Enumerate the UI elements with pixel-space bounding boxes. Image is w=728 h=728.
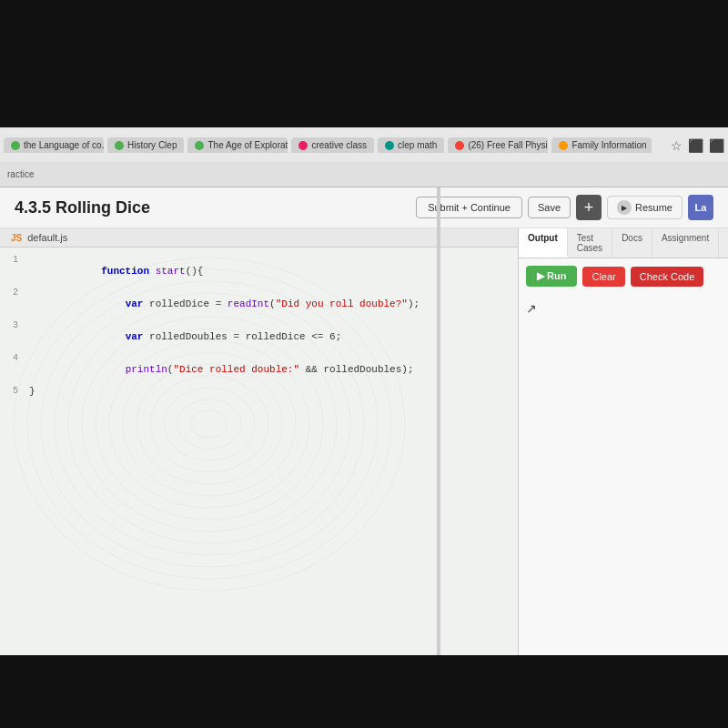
tab-assignment[interactable]: Assignment bbox=[652, 228, 719, 258]
tab-7[interactable]: Family Information bbox=[551, 137, 652, 153]
tab-label-7: Family Information bbox=[571, 140, 646, 150]
tab-grade[interactable]: Grade bbox=[719, 228, 728, 258]
content-header: 4.3.5 Rolling Dice Submit + Continue Sav… bbox=[0, 187, 728, 228]
browser-tabs-bar: the Language of co... History Clep The A… bbox=[0, 127, 728, 164]
tab-6[interactable]: (26) Free Fall Physic... bbox=[448, 137, 548, 153]
svg-point-0 bbox=[191, 410, 228, 438]
line-num-1: 1 bbox=[0, 255, 25, 265]
editor-filename: default.js bbox=[27, 232, 67, 243]
line-num-4: 4 bbox=[0, 353, 25, 363]
add-button[interactable]: + bbox=[576, 195, 602, 220]
bookmark-icon[interactable]: ☆ bbox=[671, 138, 682, 153]
line-content-1: function start(){ bbox=[25, 255, 518, 288]
tab-label-6: (26) Free Fall Physic... bbox=[468, 140, 548, 150]
tab-label-2: History Clep bbox=[127, 140, 177, 150]
breadcrumb: ractice bbox=[7, 169, 34, 179]
tab-1[interactable]: the Language of co... bbox=[4, 137, 104, 153]
tab-5[interactable]: clep math bbox=[378, 137, 444, 153]
resume-button[interactable]: ▶ Resume bbox=[607, 196, 682, 219]
line-num-3: 3 bbox=[0, 320, 25, 330]
svg-point-1 bbox=[177, 399, 241, 449]
clear-button[interactable]: Clear bbox=[582, 267, 624, 287]
header-buttons: Submit + Continue Save + ▶ Resume La bbox=[416, 195, 713, 220]
tab-3[interactable]: The Age of Explorat... bbox=[187, 137, 288, 153]
tab-2[interactable]: History Clep bbox=[107, 137, 184, 153]
tab-label-1: the Language of co... bbox=[24, 140, 104, 150]
profile-icon[interactable]: ⬛ bbox=[709, 138, 724, 153]
avatar: La bbox=[688, 195, 713, 220]
output-content: ↗ bbox=[519, 294, 728, 655]
tab-icon-7 bbox=[559, 141, 568, 150]
tab-icon-4 bbox=[298, 141, 308, 150]
lesson-title: 4.3.5 Rolling Dice bbox=[15, 198, 405, 217]
submit-continue-button[interactable]: Submit + Continue bbox=[416, 197, 522, 218]
resume-play-icon: ▶ bbox=[617, 200, 632, 215]
panel-divider[interactable] bbox=[437, 228, 440, 655]
tab-icon-3 bbox=[195, 141, 204, 150]
line-num-2: 2 bbox=[0, 288, 25, 298]
js-file-icon: JS bbox=[11, 233, 22, 243]
output-tabs: Output Test Cases Docs Assignment Grade bbox=[519, 228, 728, 258]
line-content-4: println("Dice rolled double:" && rolledD… bbox=[25, 353, 518, 386]
line-num-5: 5 bbox=[0, 386, 25, 396]
line-content-3: var rolledDoubles = rolledDice <= 6; bbox=[25, 320, 518, 353]
tab-icon-5 bbox=[385, 141, 394, 150]
check-code-button[interactable]: Check Code bbox=[631, 267, 704, 287]
tab-label-4: creative class bbox=[311, 140, 367, 150]
cursor-indicator: ↗ bbox=[526, 301, 537, 316]
extension-icon[interactable]: ⬛ bbox=[688, 138, 703, 153]
tab-test-cases[interactable]: Test Cases bbox=[568, 228, 612, 258]
tab-label-3: The Age of Explorat... bbox=[207, 140, 288, 150]
main-content: 4.3.5 Rolling Dice Submit + Continue Sav… bbox=[0, 187, 728, 655]
tab-output[interactable]: Output bbox=[519, 228, 568, 258]
tab-docs[interactable]: Docs bbox=[612, 228, 652, 258]
resume-label: Resume bbox=[635, 202, 672, 213]
tab-4[interactable]: creative class bbox=[291, 137, 374, 153]
black-bar-top bbox=[0, 0, 728, 127]
output-actions: ▶ Run Clear Check Code bbox=[519, 258, 728, 294]
tab-icon-1 bbox=[11, 141, 20, 150]
black-bar-bottom bbox=[0, 655, 728, 728]
run-button[interactable]: ▶ Run bbox=[526, 266, 577, 287]
browser-actions: ☆ ⬛ ⬛ bbox=[671, 138, 724, 153]
line-content-5: } bbox=[25, 386, 518, 397]
tab-icon-2 bbox=[115, 141, 124, 150]
output-panel: Output Test Cases Docs Assignment Grade … bbox=[519, 228, 728, 655]
save-button[interactable]: Save bbox=[528, 197, 571, 218]
editor-layout: JS default.js 1 function start(){ 2 var … bbox=[0, 228, 728, 655]
address-bar: ractice bbox=[0, 162, 728, 187]
tab-icon-6 bbox=[455, 141, 464, 150]
code-editor: JS default.js 1 function start(){ 2 var … bbox=[0, 228, 519, 655]
line-content-2: var rolledDice = readInt("Did you roll d… bbox=[25, 288, 518, 320]
tab-label-5: clep math bbox=[398, 140, 437, 150]
